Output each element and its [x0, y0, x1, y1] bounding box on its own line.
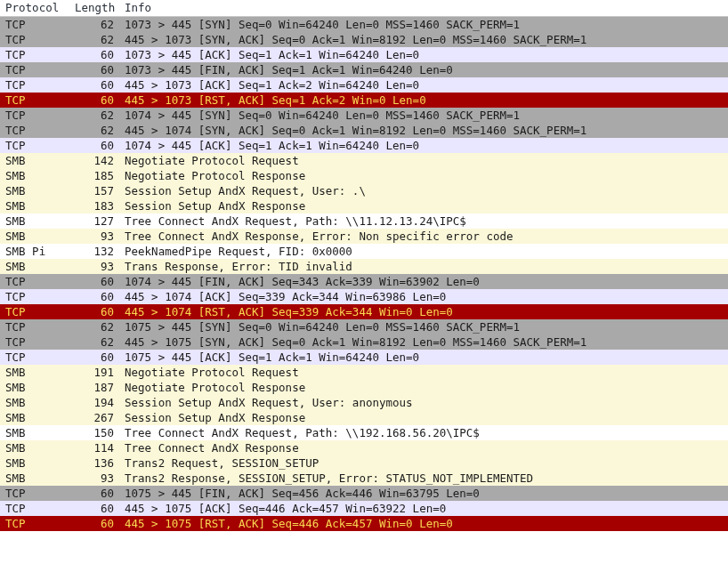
- packet-row[interactable]: TCP60445 > 1075 [RST, ACK] Seq=446 Ack=4…: [0, 516, 728, 531]
- packet-row[interactable]: TCP60445 > 1075 [ACK] Seq=446 Ack=457 Wi…: [0, 501, 728, 516]
- cell-length: 93: [69, 259, 119, 274]
- col-header-protocol[interactable]: Protocol: [0, 0, 69, 17]
- cell-info: Negotiate Protocol Response: [119, 380, 728, 395]
- cell-length: 62: [69, 17, 119, 33]
- cell-protocol: TCP: [0, 17, 69, 33]
- cell-info: 445 > 1075 [ACK] Seq=446 Ack=457 Win=639…: [119, 501, 728, 516]
- cell-protocol: TCP: [0, 138, 69, 153]
- cell-info: Trans Response, Error: TID invalid: [119, 259, 728, 274]
- cell-protocol: TCP: [0, 47, 69, 62]
- cell-info: 445 > 1073 [SYN, ACK] Seq=0 Ack=1 Win=81…: [119, 32, 728, 47]
- col-header-length[interactable]: Length: [69, 0, 119, 17]
- packet-row[interactable]: TCP601075 > 445 [FIN, ACK] Seq=456 Ack=4…: [0, 486, 728, 501]
- cell-length: 132: [69, 244, 119, 259]
- packet-row[interactable]: TCP601073 > 445 [ACK] Seq=1 Ack=1 Win=64…: [0, 47, 728, 62]
- packet-row[interactable]: SMB187Negotiate Protocol Response: [0, 380, 728, 395]
- cell-info: 1074 > 445 [FIN, ACK] Seq=343 Ack=339 Wi…: [119, 274, 728, 289]
- packet-row[interactable]: TCP62445 > 1074 [SYN, ACK] Seq=0 Ack=1 W…: [0, 123, 728, 138]
- packet-row[interactable]: SMB150Tree Connect AndX Request, Path: \…: [0, 425, 728, 440]
- header-row[interactable]: Protocol Length Info: [0, 0, 728, 17]
- packet-row[interactable]: SMB93Tree Connect AndX Response, Error: …: [0, 229, 728, 244]
- cell-info: 445 > 1074 [RST, ACK] Seq=339 Ack=344 Wi…: [119, 304, 728, 319]
- cell-info: Trans2 Response, SESSION_SETUP, Error: S…: [119, 471, 728, 486]
- cell-protocol: SMB: [0, 259, 69, 274]
- packet-row[interactable]: SMB194Session Setup AndX Request, User: …: [0, 395, 728, 410]
- packet-row[interactable]: TCP601074 > 445 [FIN, ACK] Seq=343 Ack=3…: [0, 274, 728, 289]
- packet-row[interactable]: SMB136Trans2 Request, SESSION_SETUP: [0, 455, 728, 471]
- cell-length: 150: [69, 425, 119, 440]
- packet-row[interactable]: TCP62445 > 1073 [SYN, ACK] Seq=0 Ack=1 W…: [0, 32, 728, 47]
- packet-row[interactable]: TCP60445 > 1073 [RST, ACK] Seq=1 Ack=2 W…: [0, 93, 728, 108]
- cell-length: 114: [69, 440, 119, 455]
- packet-row[interactable]: SMB114Tree Connect AndX Response: [0, 440, 728, 455]
- packet-row[interactable]: SMB Pi132PeekNamedPipe Request, FID: 0x0…: [0, 244, 728, 259]
- cell-info: Tree Connect AndX Request, Path: \\11.12…: [119, 213, 728, 229]
- cell-length: 157: [69, 183, 119, 198]
- cell-length: 60: [69, 47, 119, 62]
- cell-info: 445 > 1074 [ACK] Seq=339 Ack=344 Win=639…: [119, 289, 728, 304]
- packet-row[interactable]: TCP60445 > 1074 [RST, ACK] Seq=339 Ack=3…: [0, 304, 728, 319]
- packet-row[interactable]: TCP62445 > 1075 [SYN, ACK] Seq=0 Ack=1 W…: [0, 334, 728, 350]
- cell-length: 62: [69, 32, 119, 47]
- cell-length: 60: [69, 486, 119, 501]
- cell-protocol: SMB: [0, 395, 69, 410]
- packet-row[interactable]: SMB191Negotiate Protocol Request: [0, 365, 728, 380]
- cell-info: Negotiate Protocol Response: [119, 168, 728, 183]
- cell-protocol: SMB: [0, 168, 69, 183]
- cell-protocol: TCP: [0, 304, 69, 319]
- cell-length: 60: [69, 62, 119, 77]
- cell-protocol: TCP: [0, 108, 69, 123]
- cell-protocol: TCP: [0, 516, 69, 531]
- packet-row[interactable]: SMB127Tree Connect AndX Request, Path: \…: [0, 213, 728, 229]
- cell-protocol: TCP: [0, 350, 69, 365]
- cell-protocol: SMB: [0, 410, 69, 425]
- cell-protocol: TCP: [0, 93, 69, 108]
- packet-row[interactable]: SMB157Session Setup AndX Request, User: …: [0, 183, 728, 198]
- cell-protocol: SMB: [0, 471, 69, 486]
- cell-protocol: SMB: [0, 425, 69, 440]
- cell-info: Session Setup AndX Request, User: anonym…: [119, 395, 728, 410]
- cell-info: 1074 > 445 [ACK] Seq=1 Ack=1 Win=64240 L…: [119, 138, 728, 153]
- cell-info: Trans2 Request, SESSION_SETUP: [119, 455, 728, 471]
- cell-protocol: SMB: [0, 229, 69, 244]
- packet-row[interactable]: SMB183Session Setup AndX Response: [0, 198, 728, 213]
- cell-length: 183: [69, 198, 119, 213]
- packet-list[interactable]: Protocol Length Info TCP621073 > 445 [SY…: [0, 0, 728, 531]
- cell-protocol: SMB: [0, 183, 69, 198]
- packet-row[interactable]: TCP601074 > 445 [ACK] Seq=1 Ack=1 Win=64…: [0, 138, 728, 153]
- cell-length: 62: [69, 319, 119, 334]
- cell-info: Tree Connect AndX Response: [119, 440, 728, 455]
- cell-info: 1075 > 445 [SYN] Seq=0 Win=64240 Len=0 M…: [119, 319, 728, 334]
- cell-info: 445 > 1074 [SYN, ACK] Seq=0 Ack=1 Win=81…: [119, 123, 728, 138]
- col-header-info[interactable]: Info: [119, 0, 728, 17]
- cell-protocol: TCP: [0, 319, 69, 334]
- cell-protocol: TCP: [0, 334, 69, 350]
- cell-info: Negotiate Protocol Request: [119, 365, 728, 380]
- packet-row[interactable]: TCP621073 > 445 [SYN] Seq=0 Win=64240 Le…: [0, 17, 728, 33]
- cell-info: Tree Connect AndX Request, Path: \\192.1…: [119, 425, 728, 440]
- packet-row[interactable]: TCP60445 > 1073 [ACK] Seq=1 Ack=2 Win=64…: [0, 77, 728, 93]
- cell-info: Session Setup AndX Request, User: .\: [119, 183, 728, 198]
- packet-row[interactable]: SMB267Session Setup AndX Response: [0, 410, 728, 425]
- cell-length: 267: [69, 410, 119, 425]
- packet-row[interactable]: SMB93Trans2 Response, SESSION_SETUP, Err…: [0, 471, 728, 486]
- packet-row[interactable]: SMB142Negotiate Protocol Request: [0, 153, 728, 168]
- cell-info: 445 > 1073 [ACK] Seq=1 Ack=2 Win=64240 L…: [119, 77, 728, 93]
- packet-row[interactable]: TCP601073 > 445 [FIN, ACK] Seq=1 Ack=1 W…: [0, 62, 728, 77]
- cell-protocol: TCP: [0, 501, 69, 516]
- cell-length: 142: [69, 153, 119, 168]
- cell-length: 60: [69, 93, 119, 108]
- packet-row[interactable]: SMB185Negotiate Protocol Response: [0, 168, 728, 183]
- cell-length: 62: [69, 334, 119, 350]
- packet-row[interactable]: TCP621075 > 445 [SYN] Seq=0 Win=64240 Le…: [0, 319, 728, 334]
- cell-info: 445 > 1075 [RST, ACK] Seq=446 Ack=457 Wi…: [119, 516, 728, 531]
- packet-row[interactable]: TCP601075 > 445 [ACK] Seq=1 Ack=1 Win=64…: [0, 350, 728, 365]
- packet-row[interactable]: TCP60445 > 1074 [ACK] Seq=339 Ack=344 Wi…: [0, 289, 728, 304]
- cell-protocol: SMB: [0, 440, 69, 455]
- packet-row[interactable]: TCP621074 > 445 [SYN] Seq=0 Win=64240 Le…: [0, 108, 728, 123]
- cell-protocol: TCP: [0, 77, 69, 93]
- packet-row[interactable]: SMB93Trans Response, Error: TID invalid: [0, 259, 728, 274]
- cell-length: 60: [69, 289, 119, 304]
- cell-protocol: TCP: [0, 289, 69, 304]
- cell-length: 194: [69, 395, 119, 410]
